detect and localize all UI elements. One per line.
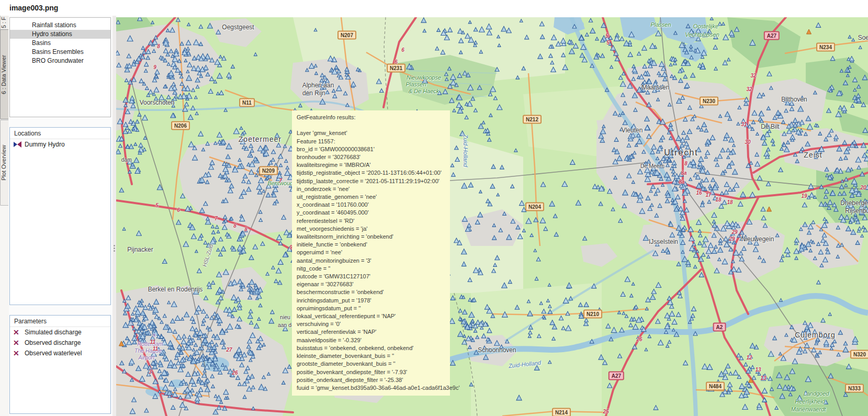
title-bar: image003.png	[0, 0, 868, 16]
map-canvas[interactable]: OegstgeestVoorschotendamZoetermeerAlphen…	[116, 17, 868, 416]
layer-item-bro-groundwater[interactable]: BRO Groundwater	[10, 57, 110, 65]
location-item-dummy-hydro[interactable]: Dummy Hydro	[10, 139, 110, 150]
getfeatureinfo-text: GetFeatureInfo results: Layer 'gmw_kense…	[297, 114, 450, 392]
parameters-header: Parameters	[10, 316, 110, 327]
locations-header: Locations	[10, 128, 110, 139]
window-title: image003.png	[9, 4, 58, 12]
parameter-item-label: Observed waterlevel	[25, 350, 82, 357]
x-icon: ✕	[13, 350, 22, 356]
x-icon: ✕	[13, 340, 22, 346]
layer-item-basins[interactable]: Basins	[10, 39, 110, 48]
layer-item-basins-ensembles[interactable]: Basins Ensembles	[10, 48, 110, 57]
x-icon: ✕	[13, 329, 22, 335]
getfeatureinfo-popup: GetFeatureInfo results: Layer 'gmw_kense…	[292, 110, 450, 396]
parameter-item-observed-waterlevel[interactable]: ✕Observed waterlevel	[10, 348, 110, 358]
tab-6-data-viewer[interactable]: 6 : Data Viewer	[0, 29, 8, 119]
parameter-item-simulated-discharge[interactable]: ✕Simulated discharge	[10, 327, 110, 338]
parameter-item-label: Observed discharge	[25, 339, 81, 346]
layer-item-hydro-stations[interactable]: Hydro stations	[10, 30, 110, 39]
parameters-panel: Parameters ✕Simulated discharge✕Observed…	[9, 315, 111, 414]
layer-item-rainfall-stations[interactable]: Rainfall stations	[10, 21, 110, 30]
layers-list: Rainfall stationsHydro stationsBasinsBas…	[9, 17, 111, 117]
parameter-item-observed-discharge[interactable]: ✕Observed discharge	[10, 338, 110, 348]
sidebar-splitter[interactable]	[112, 16, 116, 416]
location-item-label: Dummy Hydro	[25, 141, 65, 148]
tab-5-f[interactable]: 5 : F	[0, 15, 8, 30]
vertical-tab-strip: 5 : F6 : Data ViewerPlot Overview	[0, 16, 9, 416]
sidebar: Rainfall stationsHydro stationsBasinsBas…	[9, 16, 112, 416]
splitter-grip-icon	[114, 244, 115, 253]
map-base-layer	[116, 17, 868, 416]
parameter-item-label: Simulated discharge	[25, 329, 82, 336]
location-flag-icon	[13, 141, 22, 148]
tab-plot-overview[interactable]: Plot Overview	[0, 120, 8, 206]
locations-panel: Locations Dummy Hydro	[9, 127, 111, 305]
